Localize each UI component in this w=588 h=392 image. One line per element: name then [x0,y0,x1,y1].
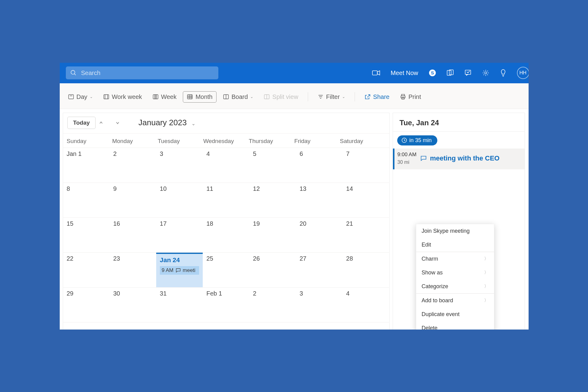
clock-icon [401,138,407,143]
date-number: 25 [206,255,246,262]
date-number: 2 [113,150,153,157]
share-button[interactable]: Share [360,91,393,103]
calendar-cell[interactable]: 15 [63,218,110,253]
view-split-button: Split view [260,91,302,103]
chevron-right-icon: 〉 [484,256,488,262]
today-button[interactable]: Today [67,117,96,129]
calendar-cell[interactable]: 21 [342,218,389,253]
calendar-cell[interactable]: 13 [296,183,342,218]
chevron-down-icon: ⌄ [250,95,253,99]
calendar-cell[interactable]: 7 [342,148,389,183]
date-number: Jan 1 [67,150,106,157]
calendar-cell[interactable]: 4 [203,148,249,183]
meet-now-label[interactable]: Meet Now [390,70,418,77]
date-number: 23 [113,255,153,262]
apps-icon[interactable] [447,69,454,77]
view-board-button[interactable]: Board ⌄ [219,91,257,103]
calendar-cell[interactable]: 27 [296,253,342,288]
calendar-cell[interactable]: 9 [110,183,156,218]
next-month-button[interactable] [115,120,129,125]
svg-text:S: S [431,70,434,75]
gear-icon[interactable] [482,69,489,77]
calendar-cell[interactable]: 23 [110,253,156,288]
menu-categorize[interactable]: Categorize〉 [416,280,494,293]
agenda-heading: Tue, Jan 24 [393,113,525,132]
menu-join-skype[interactable]: Join Skype meeting [416,224,494,238]
menu-charm[interactable]: Charm〉 [416,252,494,266]
calendar-cell[interactable]: 11 [203,183,249,218]
date-number: 21 [346,220,385,227]
chevron-down-icon: ⌄ [191,121,195,126]
date-number: 29 [67,290,106,297]
calendar-cell[interactable]: 8 [63,183,110,218]
date-number: 14 [346,185,385,192]
agenda-title: meeting with the CEO [420,152,499,165]
calendar-cell[interactable]: 3 [296,288,342,322]
search-icon [70,70,77,76]
svg-rect-33 [401,96,405,98]
calendar-cell[interactable]: 22 [63,253,110,288]
prev-month-button[interactable] [99,120,112,125]
view-week-button[interactable]: Week [149,91,181,103]
weekday-label: Tuesday [158,138,203,145]
date-number: 27 [300,255,339,262]
view-month-button[interactable]: Month [183,91,217,103]
svg-rect-2 [372,71,377,75]
calendar-cell[interactable]: Feb 1 [203,288,249,322]
calendar-cell[interactable]: 2 [249,288,296,322]
skype-icon[interactable]: S [429,69,436,77]
menu-edit[interactable]: Edit [416,238,494,252]
calendar-cell[interactable]: 6 [296,148,342,183]
calendar-cell[interactable]: 2 [110,148,156,183]
calendar-cell[interactable]: 18 [203,218,249,253]
calendar-cell[interactable]: 10 [156,183,203,218]
calendar-cell[interactable]: 17 [156,218,203,253]
calendar-cell[interactable]: 4 [342,288,389,322]
calendar-cell[interactable]: 25 [203,253,249,288]
calendar-cell[interactable]: 31 [156,288,203,322]
calendar-cell[interactable]: 14 [342,183,389,218]
date-number: Jan 24 [160,256,199,264]
weekday-label: Friday [294,138,340,145]
calendar-cell[interactable]: 30 [110,288,156,322]
share-icon [364,94,371,100]
calendar-cell[interactable]: Jan 249 AMmeeti [156,253,203,288]
month-title[interactable]: January 2023 ⌄ [138,118,195,127]
search-input[interactable] [81,70,214,77]
date-number: 22 [67,255,106,262]
avatar[interactable]: HH [517,67,529,79]
filter-button[interactable]: Filter ⌄ [314,91,349,103]
menu-show-as[interactable]: Show as〉 [416,266,494,280]
board-icon [223,94,229,100]
calendar-area: Today January 2023 ⌄ Sunday Monday Tuesd… [63,113,390,330]
calendar-cell[interactable]: 28 [342,253,389,288]
calendar-cell[interactable]: 20 [296,218,342,253]
calendar-cell[interactable]: Jan 1 [63,148,110,183]
date-number: 30 [113,290,153,297]
agenda-item[interactable]: 9:00 AM 30 mi meeting with the CEO [393,149,525,169]
calendar-cell[interactable]: 3 [156,148,203,183]
svg-point-8 [484,72,487,74]
video-icon[interactable] [372,70,380,76]
calendar-cell[interactable]: 5 [249,148,296,183]
date-number: 17 [160,220,199,227]
event-chip[interactable]: 9 AMmeeti [160,266,199,275]
notes-icon[interactable] [464,69,472,77]
view-workweek-button[interactable]: Work week [99,91,146,103]
menu-delete[interactable]: Delete [416,321,494,330]
calendar-cell[interactable]: 12 [249,183,296,218]
lightbulb-icon[interactable] [500,69,507,77]
print-button[interactable]: Print [396,91,425,103]
calendar-cell[interactable]: 19 [249,218,296,253]
calendar-cell[interactable]: 26 [249,253,296,288]
menu-add-to-board[interactable]: Add to board〉 [416,294,494,307]
view-day-button[interactable]: Day ⌄ [64,91,97,103]
date-nav: Today January 2023 ⌄ [63,113,389,134]
calendar-cell[interactable]: 29 [63,288,110,322]
search-box[interactable] [66,66,218,79]
calendar-cell[interactable]: 16 [110,218,156,253]
chevron-right-icon: 〉 [484,284,488,289]
menu-duplicate[interactable]: Duplicate event [416,307,494,321]
date-number: 8 [67,185,106,192]
weekday-label: Saturday [340,138,386,145]
